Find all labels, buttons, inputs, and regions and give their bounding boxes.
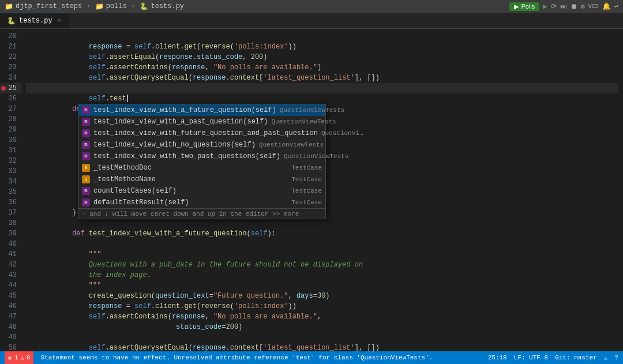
code-line-39 <box>26 228 618 239</box>
ac-attr-icon-7: a <box>82 175 90 183</box>
ac-item-9-type: TestCase <box>291 199 322 206</box>
vcs-branch[interactable]: Git: master <box>555 354 597 361</box>
ac-item-9-name: defaultTestResult(self) <box>93 198 288 207</box>
line-num-42: 42 <box>0 260 21 270</box>
ac-item-4[interactable]: m test_index_view_with_no_questions(self… <box>78 139 325 151</box>
back-icon[interactable]: ↩ <box>614 2 618 11</box>
run-button[interactable]: ▶ Polls <box>509 2 539 11</box>
toolbar-right: ▶ Polls ▶ ⟳ ⏭ ⏹ ⚙ VCS 🔔 ↩ <box>509 2 618 11</box>
error-indicator[interactable]: ⊗ 1 ⚠ 0 <box>5 351 33 364</box>
autocomplete-dropdown[interactable]: m test_index_view_with_a_future_question… <box>78 104 326 219</box>
code-line-48 <box>26 322 618 332</box>
ac-item-1-type: QuestionViewTests <box>280 107 344 114</box>
ac-item-9[interactable]: m defaultTestResult(self) TestCase <box>78 197 325 208</box>
ac-item-2-type: QuestionViewTests <box>271 118 336 125</box>
code-line-47: status_code=200) <box>26 312 618 322</box>
ac-method-icon-5: m <box>82 152 90 160</box>
ac-item-7-name: _testMethodName <box>93 175 288 183</box>
line-num-24: 24 <box>0 73 21 83</box>
ac-item-5[interactable]: m test_index_view_with_two_past_question… <box>78 151 325 162</box>
line-num-49: 49 <box>0 332 21 343</box>
vertical-scrollbar[interactable] <box>618 29 623 351</box>
code-line-22: self.assertContains(response, "No polls … <box>26 52 618 62</box>
ac-item-6[interactable]: a _testMethodDoc TestCase <box>78 162 325 174</box>
breadcrumb-folder[interactable]: 📁 polls <box>95 2 127 11</box>
line-num-36: 36 <box>0 197 21 208</box>
warning-icon: ⚠ <box>20 354 24 362</box>
ac-method-icon-8: m <box>82 187 90 195</box>
ac-method-icon-2: m <box>82 118 90 126</box>
folder-icon: 📁 <box>5 2 13 11</box>
breadcrumb-project[interactable]: 📁 djtp_first_steps <box>5 2 82 11</box>
warnings-indicator[interactable]: ⚠ <box>604 354 608 362</box>
ac-item-2-name: test_index_view_with_a_past_question(sel… <box>93 118 268 126</box>
line-num-29: 29 <box>0 125 21 135</box>
ac-item-4-name: test_index_view_with_no_questions(self) <box>93 141 256 149</box>
code-line-40: """ <box>26 239 618 249</box>
ac-item-8[interactable]: m countTestCases(self) TestCase <box>78 185 325 197</box>
ac-item-3-type: QuestionVi… <box>321 130 363 137</box>
status-bar: ⊗ 1 ⚠ 0 Statement seems to have no effec… <box>0 351 623 364</box>
ac-item-3-name: test_index_view_with_future_question_and… <box>93 129 318 137</box>
line-num-41: 41 <box>0 249 21 260</box>
code-line-24 <box>26 73 618 83</box>
ac-item-7[interactable]: a _testMethodName TestCase <box>78 174 325 185</box>
status-right: 25:18 LF: UTF-8 Git: master ⚠ ? <box>488 354 618 362</box>
ac-attr-icon-6: a <box>82 164 90 172</box>
line-num-26: 26 <box>0 93 21 104</box>
code-line-49: self.assertQuerysetEqual(response.contex… <box>26 332 618 343</box>
code-line-43: """ <box>26 270 618 280</box>
run-label: Polls <box>521 3 535 10</box>
project-label: djtp_first_steps <box>16 2 82 10</box>
ac-item-5-name: test_index_view_with_two_past_questions(… <box>93 152 280 160</box>
line-num-46: 46 <box>0 301 21 312</box>
ac-footer: ↑ and ↓ will move caret down and up in t… <box>78 208 325 219</box>
ac-method-icon-4: m <box>82 141 90 149</box>
folder-label: polls <box>106 2 127 10</box>
bell-icon[interactable]: 🔔 <box>602 2 611 11</box>
editor-container: 20 21 22 23 24 25 26 27 28 29 30 31 32 3… <box>0 29 623 351</box>
sep1: › <box>87 3 91 10</box>
code-line-23: self.assertQuerysetEqual(response.contex… <box>26 62 618 73</box>
sep2: › <box>132 3 136 10</box>
line-num-23: 23 <box>0 62 21 73</box>
cursor-position[interactable]: 25:18 <box>488 354 507 361</box>
help-icon[interactable]: ? <box>614 354 618 361</box>
tab-close-button[interactable]: × <box>56 17 63 25</box>
code-line-41: Questions with a pub_date in the future … <box>26 249 618 260</box>
code-line-20: response = self.client.get(reverse('poll… <box>26 31 618 42</box>
ac-item-3[interactable]: m test_index_view_with_future_question_a… <box>78 127 325 139</box>
code-line-25[interactable]: self.test <box>26 83 618 93</box>
tab-tests-py[interactable]: 🐍 tests.py × <box>0 13 70 28</box>
line-num-37: 37 <box>0 208 21 218</box>
polls-run-icon: ▶ <box>514 3 519 10</box>
line-num-33: 33 <box>0 166 21 177</box>
line-num-22: 22 <box>0 52 21 62</box>
line-ending-encoding[interactable]: LF: UTF-8 <box>514 354 548 361</box>
ac-item-2[interactable]: m test_index_view_with_a_past_question(s… <box>78 116 325 127</box>
line-num-44: 44 <box>0 280 21 291</box>
code-line-44: create_question(question_text="Future qu… <box>26 280 618 291</box>
error-count: 1 <box>14 354 18 361</box>
ac-method-icon-9: m <box>82 198 90 207</box>
code-line-26: def te… <box>26 93 618 104</box>
line-num-32: 32 <box>0 156 21 166</box>
step-over-icon[interactable]: ⏭ <box>560 2 567 11</box>
ac-item-1-name: test_index_view_with_a_future_question(s… <box>93 106 276 114</box>
settings-icon[interactable]: ⚙ <box>581 2 585 11</box>
code-editor[interactable]: response = self.client.get(reverse('poll… <box>26 29 618 351</box>
ac-item-4-type: QuestionViewTests <box>259 141 324 148</box>
status-left: ⊗ 1 ⚠ 0 Statement seems to have no effec… <box>5 351 433 364</box>
folder2-icon: 📁 <box>95 2 104 11</box>
reload-icon[interactable]: ⟳ <box>551 2 557 11</box>
ac-item-1[interactable]: m test_index_view_with_a_future_question… <box>78 104 325 116</box>
line-num-35: 35 <box>0 187 21 197</box>
ac-item-7-type: TestCase <box>291 176 322 183</box>
stop-icon[interactable]: ⏹ <box>571 2 577 11</box>
vcs-icon[interactable]: VCS <box>588 3 599 10</box>
play-icon[interactable]: ▶ <box>543 2 547 11</box>
line-numbers: 20 21 22 23 24 25 26 27 28 29 30 31 32 3… <box>0 29 26 351</box>
code-line-42: the index page. <box>26 260 618 270</box>
breadcrumb-file[interactable]: 🐍 tests.py <box>140 2 184 11</box>
line-num-27: 27 <box>0 104 21 114</box>
